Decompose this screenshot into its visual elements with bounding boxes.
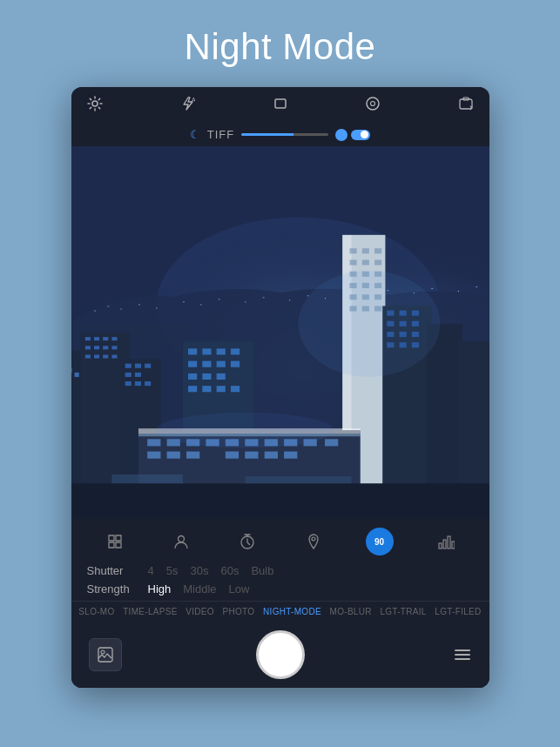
svg-point-3 [367,98,379,110]
svg-rect-131 [284,452,297,459]
svg-rect-141 [443,540,446,548]
svg-rect-33 [71,368,72,373]
shutter-row: Shutter 4 5s 30s 60s Bulb [71,561,489,581]
svg-rect-5 [460,99,472,109]
tab-moblur[interactable]: MO-BLUR [330,607,372,616]
tab-lgtfiled[interactable]: LGT-FILED [435,607,481,616]
svg-text:A: A [192,97,195,103]
histogram-icon-btn[interactable] [432,528,460,555]
svg-rect-99 [216,348,225,354]
svg-rect-130 [264,452,277,459]
svg-rect-12 [94,311,96,312]
svg-point-145 [101,650,105,654]
svg-rect-30 [457,291,458,292]
svg-rect-55 [134,373,140,377]
strength-low[interactable]: Low [229,582,250,596]
tab-slomo[interactable]: SLO-MO [78,607,114,616]
tiff-slider[interactable] [241,133,328,136]
svg-rect-129 [245,452,258,459]
aspect-icon[interactable] [273,96,288,116]
svg-rect-98 [202,348,211,354]
menu-button[interactable] [439,645,472,664]
svg-rect-66 [361,259,368,265]
svg-rect-64 [374,248,381,253]
top-bar: A [71,87,489,124]
location-icon-btn[interactable] [300,528,327,555]
svg-rect-105 [188,374,197,380]
svg-rect-39 [94,337,99,340]
svg-rect-104 [230,361,239,367]
svg-rect-41 [111,337,117,340]
svg-rect-29 [431,288,433,289]
svg-rect-46 [84,354,90,358]
camera-switch-icon[interactable] [458,96,474,116]
svg-rect-110 [216,386,225,392]
tab-video[interactable]: VIDEO [186,607,214,616]
svg-rect-62 [349,248,356,253]
svg-rect-140 [439,543,442,548]
svg-rect-56 [125,381,131,386]
svg-rect-52 [134,364,140,368]
svg-rect-146 [455,649,470,651]
tab-timelapse[interactable]: TIME-LAPSE [123,607,177,616]
svg-rect-13 [107,306,109,306]
svg-rect-65 [349,259,356,265]
svg-rect-132 [71,483,489,519]
svg-rect-125 [147,452,160,459]
hdr-badge[interactable]: 90 [366,528,394,555]
capture-button[interactable] [256,630,305,679]
svg-rect-101 [188,361,197,367]
timer-icon-btn[interactable] [233,528,261,555]
shutter-val-30s[interactable]: 30s [190,564,208,577]
svg-rect-147 [455,654,470,656]
svg-rect-20 [245,301,246,302]
moon-icon: ☾ [190,128,200,141]
shutter-speed-icon[interactable] [365,96,381,116]
svg-rect-58 [145,381,151,386]
svg-rect-148 [455,658,470,660]
svg-rect-15 [138,304,139,305]
strength-high[interactable]: High [148,582,172,596]
shutter-val-60s[interactable]: 60s [220,564,239,577]
bottom-controls: 90 Shutter 4 5s 30s 60s Bulb [71,519,489,688]
shutter-val-5s[interactable]: 5s [166,564,179,577]
page-title: Night Mode [185,26,376,68]
svg-rect-45 [111,346,117,349]
svg-point-139 [312,537,315,541]
svg-rect-38 [84,337,90,340]
settings-icon[interactable] [87,96,103,116]
svg-rect-21 [262,297,264,298]
svg-rect-109 [202,386,211,392]
shutter-label: Shutter [87,564,148,577]
svg-rect-53 [145,364,151,368]
grid-icon-btn[interactable] [101,528,129,555]
tiff-bar: ☾ TIFF [71,124,489,146]
mode-tabs: SLO-MO TIME-LAPSE VIDEO PHOTO NIGHT-MODE… [71,601,489,623]
svg-rect-107 [216,374,225,380]
svg-rect-142 [448,536,450,548]
shutter-val-bulb[interactable]: Bulb [251,564,273,577]
svg-rect-111 [230,386,239,392]
svg-point-137 [178,536,184,542]
svg-rect-133 [111,474,183,483]
tab-photo[interactable]: PHOTO [223,607,255,616]
strength-row: Strength High Middle Low [71,581,489,601]
shutter-inner [260,635,300,675]
svg-rect-134 [245,476,351,483]
tab-nightmode[interactable]: NIGHT-MODE [263,607,321,616]
strength-middle[interactable]: Middle [183,582,216,596]
svg-point-136 [298,271,440,377]
svg-rect-16 [156,307,157,308]
viewfinder [71,146,489,519]
portrait-icon-btn[interactable] [167,528,195,555]
svg-rect-22 [289,299,290,300]
svg-rect-106 [202,374,211,380]
flash-icon[interactable]: A [179,96,195,116]
svg-rect-43 [94,346,99,349]
tab-lgttrail[interactable]: LGT-TRAIL [380,607,426,616]
toggle-dot [361,131,368,138]
tiff-toggle[interactable] [335,129,370,141]
gallery-thumbnail[interactable] [89,638,122,671]
shutter-val-4[interactable]: 4 [148,564,154,577]
strength-values: High Middle Low [148,582,250,596]
